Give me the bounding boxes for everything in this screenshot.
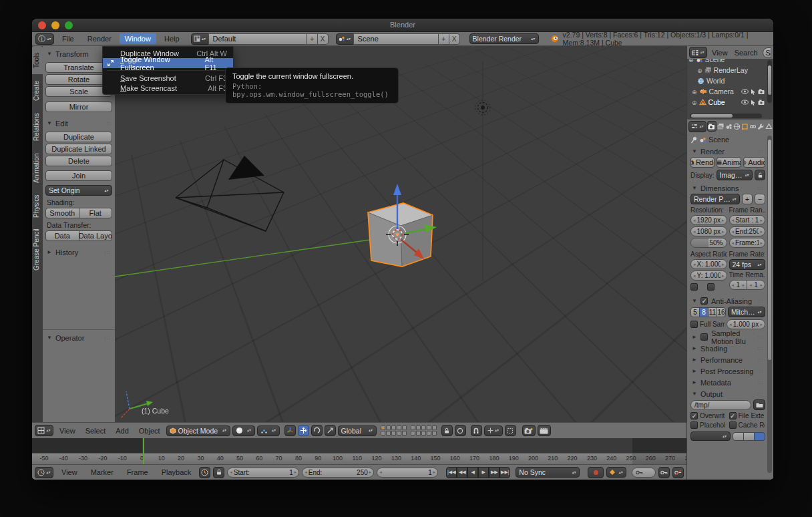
layer-toggle[interactable]: [386, 431, 391, 436]
opengl-render-button[interactable]: [522, 425, 536, 436]
color-mode-bw[interactable]: [733, 432, 744, 441]
rotate-manipulator-button[interactable]: [311, 425, 323, 436]
layer-toggle[interactable]: [421, 431, 426, 436]
render-restrict-icon[interactable]: [758, 89, 765, 95]
motion-blur-checkbox[interactable]: [700, 333, 708, 341]
expand-icon[interactable]: [697, 109, 702, 110]
duplicate-linked-button[interactable]: Duplicate Linked: [45, 144, 112, 154]
resolution-y-field[interactable]: 1080 px: [690, 226, 727, 236]
delete-scene-button[interactable]: X: [449, 33, 460, 45]
outliner-row-scene[interactable]: Scene: [688, 59, 772, 65]
panel-grip-icon[interactable]: :::: [104, 335, 111, 341]
layer-toggle[interactable]: [432, 425, 437, 430]
tab-scene[interactable]: [725, 121, 733, 132]
layer-toggle[interactable]: [402, 425, 407, 430]
translate-manipulator-button[interactable]: [298, 425, 309, 436]
scene-browse-button[interactable]: [336, 33, 354, 45]
fps-dropdown[interactable]: 24 fps: [729, 259, 766, 270]
tab-data[interactable]: [765, 121, 773, 132]
keying-set-dropdown[interactable]: [606, 467, 626, 478]
layers-grid-2[interactable]: [411, 425, 437, 436]
scene-name[interactable]: Scene: [353, 33, 439, 45]
aa-samples-8[interactable]: 8: [699, 307, 708, 317]
tab-render-layers[interactable]: [717, 121, 725, 132]
mode-dropdown[interactable]: Object Mode: [166, 425, 230, 436]
lock-layers-button[interactable]: [441, 425, 453, 436]
display-lock-button[interactable]: [755, 170, 765, 180]
menu-file[interactable]: File: [57, 33, 79, 44]
render-presets-dropdown[interactable]: Render Presets: [690, 194, 740, 204]
expand-icon[interactable]: [692, 98, 697, 106]
current-frame-marker[interactable]: [143, 438, 144, 464]
layer-toggle[interactable]: [386, 425, 391, 430]
editor-type-button[interactable]: ⓘ: [35, 33, 54, 45]
timeline-menu-marker[interactable]: Marker: [85, 467, 119, 478]
layer-toggle[interactable]: [397, 431, 401, 436]
menu-item-save-screenshot[interactable]: Save Screenshot Ctrl F3: [103, 73, 233, 83]
manipulator-axis-button[interactable]: [284, 425, 296, 436]
expand-icon[interactable]: [697, 66, 702, 74]
outliner-vertical-scrollbar[interactable]: [767, 60, 772, 103]
data-layout-button[interactable]: Data Layo: [79, 230, 113, 241]
viewport-menu-add[interactable]: Add: [112, 425, 133, 436]
layer-toggle[interactable]: [391, 425, 396, 430]
tab-modifiers[interactable]: [757, 121, 765, 132]
metadata-panel-header[interactable]: Metadata:::: [690, 377, 765, 388]
remap-new-field[interactable]: 1: [747, 280, 765, 290]
properties-scrollbar[interactable]: [767, 136, 772, 473]
lock-time-button[interactable]: [213, 467, 224, 478]
sync-dropdown[interactable]: No Sync: [516, 467, 580, 478]
play-reverse-button[interactable]: ◀: [467, 467, 478, 478]
eye-icon[interactable]: [741, 100, 749, 105]
panel-grip-icon[interactable]: :::: [104, 249, 111, 255]
jump-to-end-button[interactable]: ▶▶|: [499, 467, 510, 478]
antialiasing-checkbox[interactable]: [700, 297, 708, 305]
layer-toggle[interactable]: [427, 425, 431, 430]
tab-object[interactable]: [741, 121, 749, 132]
frame-start-field[interactable]: Start: 1: [227, 468, 299, 478]
play-button[interactable]: ▶: [478, 467, 489, 478]
preview-range-button[interactable]: [199, 467, 210, 478]
timeline-editor-type-button[interactable]: [35, 467, 53, 478]
browse-output-button[interactable]: [753, 399, 765, 410]
join-button[interactable]: Join: [45, 170, 112, 181]
aa-samples-5[interactable]: 5: [690, 307, 700, 317]
render-restrict-icon[interactable]: [758, 100, 765, 106]
outliner-menu-search[interactable]: Search: [733, 47, 760, 58]
outliner-display-filter[interactable]: All Sce: [763, 47, 771, 58]
outliner-row-world[interactable]: World: [688, 75, 772, 86]
render-panel-header[interactable]: Render:::: [690, 146, 765, 157]
transform-orientation-dropdown[interactable]: Global: [338, 425, 377, 436]
dimensions-panel-header[interactable]: Dimensions:::: [690, 182, 765, 194]
aa-filter-dropdown[interactable]: Mitchell-...: [728, 307, 765, 317]
outliner-row-camera[interactable]: Camera: [688, 86, 772, 97]
outliner-editor-type-button[interactable]: [689, 47, 707, 58]
tab-create[interactable]: Create: [32, 75, 43, 106]
layer-toggle[interactable]: [416, 425, 421, 430]
auto-keyframe-button[interactable]: [588, 467, 604, 478]
resolution-percentage-slider[interactable]: 50%: [690, 238, 727, 248]
layer-toggle[interactable]: [381, 425, 385, 430]
antialiasing-panel-header[interactable]: Anti-Aliasing:::: [690, 295, 765, 307]
proportional-edit-button[interactable]: [455, 425, 466, 436]
outliner-row-renderlayers[interactable]: RenderLay: [688, 65, 772, 75]
aspect-x-field[interactable]: X: 1.000: [690, 259, 727, 269]
viewport-editor-type-button[interactable]: [35, 425, 53, 436]
output-path-field[interactable]: /tmp/: [690, 400, 751, 410]
snap-toggle-button[interactable]: [471, 425, 482, 436]
sampled-motion-blur-panel-header[interactable]: Sampled Motion Blu:::: [690, 331, 765, 343]
jump-to-start-button[interactable]: |◀◀: [446, 467, 457, 478]
render-animation-button[interactable]: Anima: [717, 157, 741, 168]
remove-preset-button[interactable]: −: [755, 194, 765, 204]
display-dropdown[interactable]: Image Edi...: [717, 170, 753, 180]
snap-element-dropdown[interactable]: [484, 425, 503, 436]
add-preset-button[interactable]: +: [742, 194, 753, 204]
layers-grid-1[interactable]: [381, 425, 407, 436]
current-frame-field[interactable]: 1: [377, 468, 438, 478]
mirror-button[interactable]: Mirror: [45, 102, 112, 112]
edit-panel-header[interactable]: Edit:::: [45, 118, 112, 129]
overwrite-checkbox[interactable]: [690, 412, 698, 419]
expand-icon[interactable]: [692, 88, 697, 96]
history-panel-header[interactable]: History:::: [45, 246, 112, 258]
color-mode-rgba[interactable]: [754, 432, 765, 441]
